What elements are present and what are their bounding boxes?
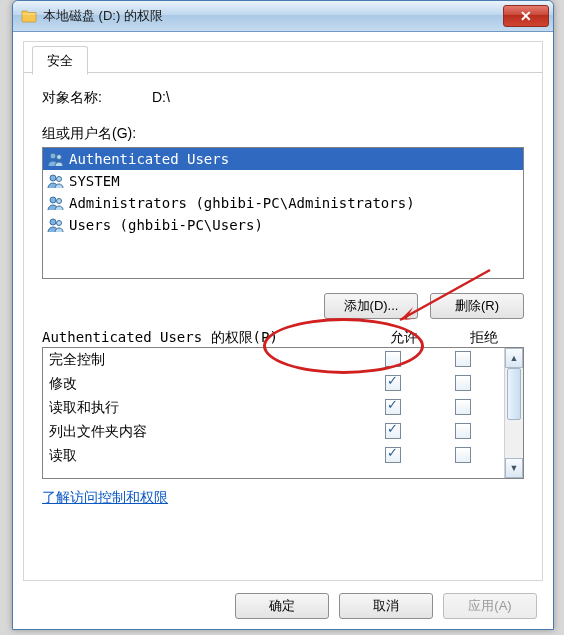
list-item-label: SYSTEM (69, 173, 120, 189)
permissions-list: 完全控制修改读取和执行列出文件夹内容读取 ▲ ▼ (42, 347, 524, 479)
groups-label: 组或用户名(G): (42, 125, 524, 143)
svg-point-2 (50, 175, 56, 181)
allow-checkbox[interactable] (385, 447, 401, 463)
dialog-button-row: 确定 取消 应用(A) (235, 593, 537, 619)
svg-point-3 (57, 177, 62, 182)
add-button[interactable]: 添加(D)... (324, 293, 418, 319)
apply-button[interactable]: 应用(A) (443, 593, 537, 619)
permission-row: 读取和执行 (43, 396, 504, 420)
learn-link[interactable]: 了解访问控制和权限 (42, 489, 168, 507)
object-value: D:\ (152, 89, 170, 107)
svg-point-6 (50, 219, 56, 225)
deny-checkbox[interactable] (455, 447, 471, 463)
users-icon (47, 216, 65, 234)
cancel-button[interactable]: 取消 (339, 593, 433, 619)
scroll-up-icon[interactable]: ▲ (505, 348, 523, 368)
allow-checkbox[interactable] (385, 351, 401, 367)
allow-checkbox[interactable] (385, 423, 401, 439)
allow-checkbox[interactable] (385, 375, 401, 391)
content-panel: 安全 对象名称: D:\ 组或用户名(G): Authenticated Use… (23, 41, 543, 581)
permission-row: 列出文件夹内容 (43, 420, 504, 444)
permission-name: 读取和执行 (49, 399, 358, 417)
svg-point-0 (50, 153, 56, 159)
users-icon (47, 172, 65, 190)
permission-name: 读取 (49, 447, 358, 465)
deny-checkbox[interactable] (455, 423, 471, 439)
permissions-dialog: 本地磁盘 (D:) 的权限 ✕ 安全 对象名称: D:\ 组或用户名(G): A… (12, 0, 554, 630)
title-bar: 本地磁盘 (D:) 的权限 ✕ (13, 1, 553, 32)
deny-checkbox[interactable] (455, 375, 471, 391)
scroll-down-icon[interactable]: ▼ (505, 458, 523, 478)
scroll-thumb[interactable] (507, 368, 521, 420)
permissions-for-label: Authenticated Users 的权限(P) (42, 329, 364, 347)
permission-row: 修改 (43, 372, 504, 396)
list-item[interactable]: Users (ghbibi-PC\Users) (43, 214, 523, 236)
list-item[interactable]: Administrators (ghbibi-PC\Administrators… (43, 192, 523, 214)
deny-checkbox[interactable] (455, 399, 471, 415)
tab-label: 安全 (47, 52, 73, 70)
list-item[interactable]: SYSTEM (43, 170, 523, 192)
list-item-label: Users (ghbibi-PC\Users) (69, 217, 263, 233)
close-button[interactable]: ✕ (503, 5, 549, 27)
tab-strip: 安全 (24, 42, 542, 73)
permission-name: 列出文件夹内容 (49, 423, 358, 441)
scrollbar[interactable]: ▲ ▼ (504, 348, 523, 478)
ok-button[interactable]: 确定 (235, 593, 329, 619)
users-list[interactable]: Authenticated UsersSYSTEMAdministrators … (42, 147, 524, 279)
permission-row: 读取 (43, 444, 504, 468)
permissions-header: Authenticated Users 的权限(P) 允许 拒绝 (42, 329, 524, 347)
permission-name: 修改 (49, 375, 358, 393)
list-item-label: Administrators (ghbibi-PC\Administrators… (69, 195, 415, 211)
list-item-label: Authenticated Users (69, 151, 229, 167)
object-label: 对象名称: (42, 89, 152, 107)
list-item[interactable]: Authenticated Users (43, 148, 523, 170)
svg-point-5 (57, 199, 62, 204)
permission-name: 完全控制 (49, 351, 358, 369)
svg-point-7 (57, 221, 62, 226)
security-panel: 对象名称: D:\ 组或用户名(G): Authenticated UsersS… (24, 73, 542, 517)
remove-button[interactable]: 删除(R) (430, 293, 524, 319)
deny-column-header: 拒绝 (444, 329, 524, 347)
folder-icon (21, 8, 37, 24)
svg-point-1 (57, 155, 62, 160)
permission-row: 完全控制 (43, 348, 504, 372)
deny-checkbox[interactable] (455, 351, 471, 367)
close-icon: ✕ (520, 8, 532, 24)
allow-column-header: 允许 (364, 329, 444, 347)
tab-security[interactable]: 安全 (32, 46, 88, 75)
users-icon (47, 150, 65, 168)
users-icon (47, 194, 65, 212)
window-title: 本地磁盘 (D:) 的权限 (43, 7, 503, 25)
allow-checkbox[interactable] (385, 399, 401, 415)
object-row: 对象名称: D:\ (42, 89, 524, 107)
svg-point-4 (50, 197, 56, 203)
